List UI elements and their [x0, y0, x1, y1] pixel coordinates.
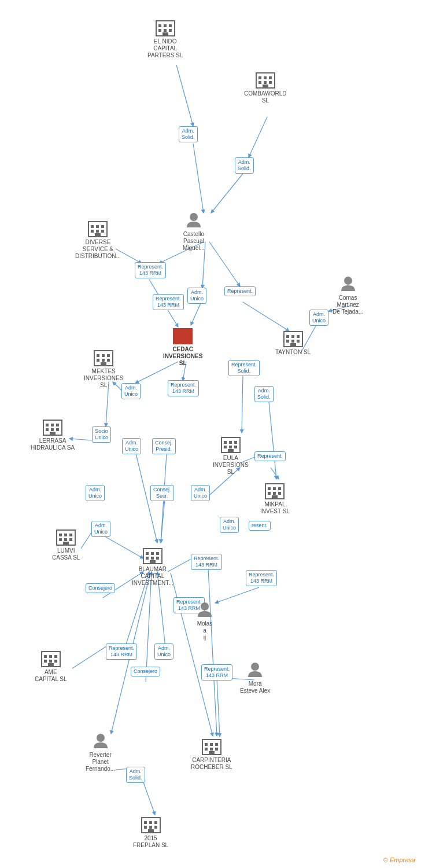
company-icon-cedac [172, 324, 193, 345]
svg-line-1 [249, 117, 267, 157]
label-cedac: CEDACINVERSIONESSL [163, 346, 202, 367]
person-icon-molas [195, 601, 214, 619]
company-icon-ame [40, 647, 61, 668]
svg-rect-64 [96, 230, 99, 233]
svg-rect-139 [49, 660, 52, 663]
badge-represent-4[interactable]: resent. [249, 521, 271, 531]
node-mikpal: MIKPALINVEST SL [260, 479, 290, 515]
graph-container: EL NIDOCAPITALPARTERS SL COMBAWORLDSL Ad… [0, 0, 421, 868]
company-icon-freplan [141, 813, 161, 834]
svg-rect-106 [229, 446, 232, 448]
label-blaumar: BLAUMARCAPITALINVESTMENT... [132, 566, 173, 587]
svg-line-2 [193, 144, 204, 213]
node-diverse: DIVERSESERVICE &DISTRIBUTION... [75, 217, 121, 260]
svg-line-32 [72, 644, 110, 668]
label-taynton: TAYNTON SL [275, 349, 311, 356]
badge-represent-143-8[interactable]: Represent.143 RRM [201, 664, 232, 681]
svg-rect-87 [102, 354, 105, 357]
svg-rect-65 [101, 230, 104, 233]
svg-rect-157 [149, 826, 152, 829]
company-icon-combaworld [255, 68, 276, 89]
badge-adm-solid-4[interactable]: Adm.Solid. [126, 767, 145, 783]
label-comas: ComasMartinezDe Tejada... [333, 295, 363, 315]
label-lumvi: LUMVICASSA SL [52, 547, 80, 561]
svg-rect-146 [210, 743, 213, 746]
svg-rect-122 [64, 538, 67, 541]
badge-represent-143-7[interactable]: Represent.143 RRM [106, 643, 137, 660]
badge-adm-unico-comas[interactable]: Adm.Unico [309, 310, 328, 326]
label-combaworld: COMBAWORLDSL [244, 90, 287, 104]
badge-adm-unico-4[interactable]: Adm.Unico [86, 485, 105, 501]
svg-rect-74 [181, 337, 184, 340]
svg-rect-124 [63, 542, 69, 545]
badge-adm-unico-3[interactable]: Adm.Unico [122, 438, 141, 454]
svg-rect-75 [186, 337, 189, 340]
svg-rect-100 [50, 432, 56, 435]
badge-represent-solo[interactable]: Represent. [224, 286, 256, 296]
svg-rect-89 [97, 359, 99, 362]
badge-consej-presid[interactable]: Consej.Presid. [152, 438, 176, 454]
badge-adm-unico-6[interactable]: Adm.Unico [220, 517, 239, 533]
badge-adm-unico-8[interactable]: Adm.Unico [154, 643, 173, 660]
svg-rect-92 [101, 362, 106, 366]
badge-adm-unico-7[interactable]: Adm.Unico [91, 521, 110, 537]
svg-point-68 [344, 277, 352, 285]
badge-represent-143-4[interactable]: Represent.143 RRM [191, 554, 222, 570]
svg-rect-54 [269, 76, 272, 79]
svg-line-35 [146, 572, 152, 682]
svg-rect-137 [54, 655, 57, 658]
badge-adm-unico-5[interactable]: Adm.Unico [191, 485, 210, 501]
svg-rect-57 [269, 81, 272, 84]
svg-point-142 [251, 663, 259, 671]
company-icon-eula [220, 433, 241, 454]
svg-rect-123 [69, 538, 72, 541]
svg-rect-140 [54, 660, 57, 663]
node-reverter: ReverterPlanetFernando... [86, 732, 115, 773]
badge-adm-unico-2[interactable]: Adm.Unico [121, 383, 141, 399]
svg-rect-110 [268, 487, 271, 490]
node-blaumar: BLAUMARCAPITALINVESTMENT... [132, 544, 173, 587]
badge-represent-eula[interactable]: Represent. [254, 451, 286, 461]
badge-consejero-2[interactable]: Consejero [131, 667, 160, 676]
badge-represent-143-5[interactable]: Represent.143 RRM [246, 570, 277, 586]
badge-adm-unico-1[interactable]: Adm.Unico [187, 288, 206, 304]
badge-represent-solid[interactable]: Represent.Solid. [228, 360, 260, 376]
svg-rect-48 [164, 29, 167, 32]
company-icon-taynton [283, 327, 304, 348]
badge-consejero-1[interactable]: Consejero [86, 583, 115, 593]
badge-adm-solid-2[interactable]: Adm.Solid. [235, 157, 254, 174]
svg-rect-99 [56, 428, 59, 431]
badge-socio-unico[interactable]: SocioÚnico [92, 426, 111, 443]
svg-rect-129 [146, 557, 149, 560]
svg-rect-73 [176, 337, 179, 340]
svg-rect-52 [258, 76, 261, 79]
svg-rect-97 [46, 428, 49, 431]
svg-rect-88 [107, 354, 110, 357]
badge-adm-solid-1[interactable]: Adm.Solid. [179, 126, 198, 142]
svg-rect-78 [286, 335, 289, 338]
node-mektes: MEKTESINVERSIONESSL [84, 346, 123, 389]
svg-rect-119 [64, 534, 67, 536]
badge-represent-3[interactable]: Represent.143 RRM [168, 380, 199, 396]
svg-line-24 [161, 499, 165, 543]
company-icon-el-nido [155, 16, 176, 37]
svg-line-39 [143, 782, 155, 815]
badge-adm-solid-3[interactable]: Adm.Solid. [254, 386, 274, 402]
svg-rect-81 [286, 340, 289, 343]
svg-line-42 [208, 568, 217, 736]
svg-rect-70 [176, 332, 179, 335]
svg-rect-104 [234, 441, 237, 444]
svg-rect-61 [96, 225, 99, 228]
label-ame: AMECAPITAL SL [35, 669, 67, 683]
svg-rect-150 [215, 748, 218, 751]
badge-represent-2[interactable]: Represent.143 RRM [153, 294, 184, 310]
svg-rect-56 [264, 81, 267, 84]
badge-consej-secr[interactable]: Consej.Secr. [150, 485, 174, 501]
company-icon-lerrasa [42, 415, 63, 436]
svg-rect-86 [97, 354, 99, 357]
svg-rect-53 [264, 76, 267, 79]
badge-represent-1[interactable]: Represent.143 RRM [135, 262, 166, 278]
node-lumvi: LUMVICASSA SL [52, 525, 80, 561]
svg-rect-46 [169, 24, 172, 27]
svg-rect-50 [163, 32, 168, 36]
